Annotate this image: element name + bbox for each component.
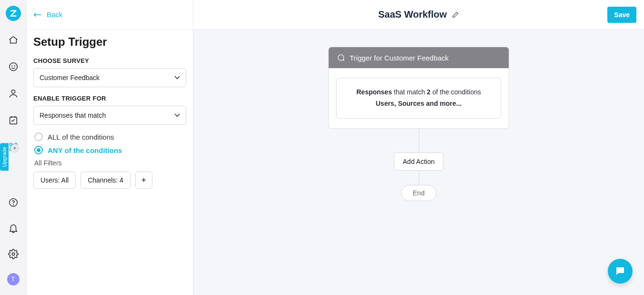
- panel-header: Back: [27, 0, 193, 30]
- workflow-title: SaaS Workflow: [378, 9, 447, 20]
- filter-chips: Users: All Channels: 4 +: [33, 172, 186, 189]
- connector-line: [419, 171, 419, 185]
- summary-text-2: of the conditions: [431, 88, 481, 96]
- nav-settings[interactable]: [4, 244, 23, 264]
- setup-panel: Back Setup Trigger CHOOSE SURVEY Custome…: [27, 0, 193, 295]
- sidebar: Upgrade + T: [0, 0, 27, 295]
- svg-point-10: [13, 204, 13, 205]
- add-action-button[interactable]: Add Action: [394, 153, 444, 171]
- nav-top-group: [4, 31, 23, 156]
- radio-all-conditions[interactable]: ALL of the conditions: [34, 132, 186, 141]
- summary-count: 2: [427, 88, 431, 96]
- save-button[interactable]: Save: [607, 7, 636, 23]
- svg-point-3: [11, 90, 15, 93]
- radio-any-conditions[interactable]: ANY of the conditions: [34, 146, 186, 154]
- panel-title: Setup Trigger: [33, 35, 186, 49]
- app-logo[interactable]: [6, 6, 21, 21]
- connector-line: [419, 129, 419, 153]
- radio-icon: [34, 132, 43, 141]
- nav-help[interactable]: [4, 193, 23, 212]
- svg-point-0: [9, 63, 17, 71]
- radio-any-label: ANY of the conditions: [48, 146, 122, 154]
- radio-all-label: ALL of the conditions: [48, 133, 114, 141]
- trigger-card-header: Trigger for Customer Feedback: [329, 47, 509, 68]
- summary-text-1: that match: [392, 88, 427, 96]
- trigger-summary: Responses that match 2 of the conditions…: [336, 78, 501, 119]
- back-label: Back: [47, 10, 62, 19]
- edit-icon[interactable]: [452, 11, 459, 19]
- trigger-select[interactable]: Responses that match: [33, 106, 186, 125]
- chevron-down-icon: [174, 76, 180, 80]
- svg-point-1: [11, 66, 12, 66]
- upgrade-tab[interactable]: Upgrade: [0, 143, 9, 171]
- chip-channels[interactable]: Channels: 4: [80, 172, 131, 189]
- avatar-button[interactable]: T: [7, 273, 20, 285]
- survey-select-value: Customer Feedback: [40, 74, 100, 81]
- workflow-title-group: SaaS Workflow: [378, 9, 459, 20]
- svg-point-2: [14, 66, 15, 66]
- end-node: End: [401, 185, 437, 201]
- nav-tasks[interactable]: [4, 111, 23, 130]
- trigger-card-title: Trigger for Customer Feedback: [350, 54, 449, 62]
- chat-icon: [336, 53, 345, 62]
- arrow-left-icon: [33, 12, 42, 18]
- chat-fab[interactable]: [608, 259, 633, 284]
- trigger-card[interactable]: Trigger for Customer Feedback Responses …: [328, 47, 509, 129]
- radio-icon: [34, 146, 43, 154]
- all-filters-label: All Filters: [34, 159, 186, 167]
- nav-notifications[interactable]: [4, 219, 23, 238]
- survey-select[interactable]: Customer Feedback: [33, 68, 186, 87]
- summary-line-2: Users, Sources and more...: [376, 100, 462, 107]
- chevron-down-icon: [174, 113, 180, 117]
- panel-body: Setup Trigger CHOOSE SURVEY Customer Fee…: [27, 30, 193, 194]
- back-button[interactable]: Back: [33, 10, 62, 19]
- nav-home[interactable]: [4, 31, 23, 50]
- upgrade-plus-icon: +: [10, 144, 19, 153]
- enable-trigger-label: ENABLE TRIGGER FOR: [33, 95, 186, 102]
- trigger-select-value: Responses that match: [40, 112, 106, 119]
- nav-feedback[interactable]: [4, 57, 23, 76]
- nav-bottom-group: T: [4, 193, 23, 295]
- choose-survey-label: CHOOSE SURVEY: [33, 57, 186, 64]
- nav-users[interactable]: [4, 84, 23, 103]
- summary-responses: Responses: [356, 88, 392, 96]
- trigger-card-body: Responses that match 2 of the conditions…: [329, 68, 509, 128]
- workflow-canvas: Trigger for Customer Feedback Responses …: [193, 30, 644, 295]
- top-bar: SaaS Workflow Save: [193, 0, 644, 30]
- chat-bubble-icon: [614, 265, 626, 277]
- chip-users[interactable]: Users: All: [33, 172, 76, 189]
- chip-add-filter[interactable]: +: [135, 172, 152, 189]
- svg-point-11: [12, 253, 15, 255]
- workspace: SaaS Workflow Save Trigger for Customer …: [193, 0, 644, 295]
